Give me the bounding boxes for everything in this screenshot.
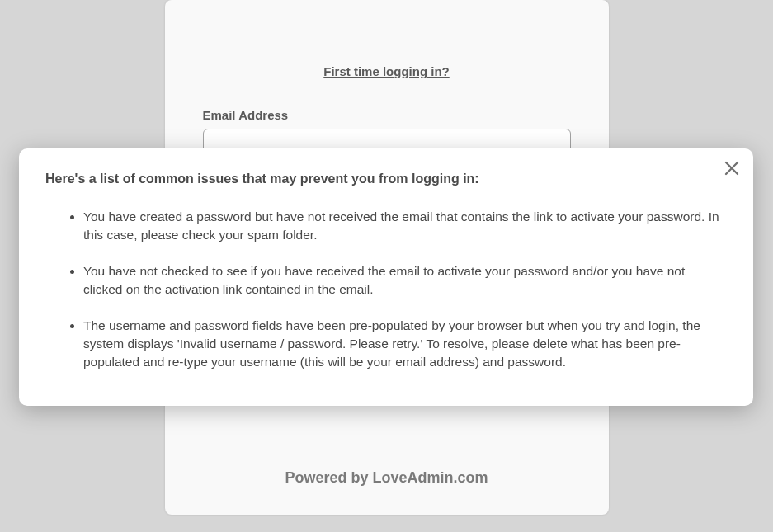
list-item: The username and password fields have be… xyxy=(83,317,727,371)
modal-issue-list: You have created a password but have not… xyxy=(45,208,727,371)
modal-title: Here's a list of common issues that may … xyxy=(45,172,727,186)
list-item: You have not checked to see if you have … xyxy=(83,262,727,299)
login-issues-modal: Here's a list of common issues that may … xyxy=(19,148,753,406)
list-item: You have created a password but have not… xyxy=(83,208,727,244)
close-icon xyxy=(724,161,739,176)
modal-overlay: Here's a list of common issues that may … xyxy=(0,0,773,532)
close-button[interactable] xyxy=(722,158,742,178)
